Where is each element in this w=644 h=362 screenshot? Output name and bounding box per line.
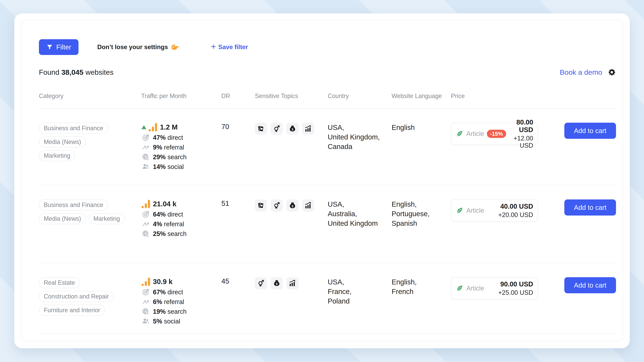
demo-area: Book a demo [560,68,616,76]
country-line: USA, [328,277,392,287]
trend-up-triangle-icon [141,125,146,129]
country-line: Australia, [328,209,392,219]
price-type-label: Article [466,130,484,137]
direct-target-icon [141,211,150,218]
column-header: Traffic per Month [141,92,221,99]
country-cell: USA,United Kingdom,Canada [328,123,392,185]
sensitive-topics-cell: $ [255,199,328,263]
main-card: Filter Don’t lose your settings + Save f… [14,13,630,348]
trading-chart-icon [302,199,314,212]
traffic-cell: 21.04 k64% direct4% referral25% search [141,199,221,263]
language-line: Spanish [392,219,451,228]
cart-cell: Add to cart [558,277,616,333]
price-type-label: Article [466,207,484,214]
filter-funnel-icon [46,44,53,50]
price-cell: Article 40.00 USD +20.00 USD [451,199,558,263]
traffic-total: 1.2 M [160,123,178,131]
category-tag: Marketing [39,150,75,161]
country-line: Poland [328,296,392,306]
category-cell: Real EstateConstruction and RepairFurnit… [39,277,141,333]
price-card: Article 40.00 USD +20.00 USD [451,199,538,222]
filter-button-label: Filter [56,43,71,51]
dr-value: 70 [221,123,255,185]
price-cell: Article 90.00 USD +25.00 USD [451,277,558,333]
country-cell: USA,France,Poland [328,277,392,333]
language-cell: English,Portuguese,Spanish [392,199,451,263]
country-line: Canada [328,142,392,151]
table-row: Business and FinanceMedia (News)Marketin… [39,185,616,263]
results-bar: Found 38,045 websites Book a demo [39,68,616,76]
traffic-cell: 30.9 k67% direct6% referral19% search5% … [141,277,221,333]
category-tag: Media (News) [39,213,86,224]
gambling-cards-icon [255,123,267,135]
dr-value: 45 [221,277,255,333]
country-cell: USA,Australia,United Kingdom [328,199,392,263]
book-demo-link[interactable]: Book a demo [560,68,602,76]
add-to-cart-button[interactable]: Add to cart [564,277,616,293]
add-to-cart-button[interactable]: Add to cart [564,199,616,216]
category-tag: Furniture and Interior [39,305,105,316]
social-people-icon [141,163,150,171]
search-globe-icon [141,308,150,316]
price-amount: 40.00 USD +20.00 USD [498,203,533,219]
svg-text:$: $ [292,128,293,131]
referral-arrows-icon [141,298,150,306]
settings-gear-icon[interactable] [608,68,616,76]
price-card: Article 90.00 USD +25.00 USD [451,277,538,299]
analytics-bars-icon [141,277,150,286]
price-extra: +20.00 USD [498,211,533,219]
language-cell: English,French [392,277,451,333]
svg-text:$: $ [276,282,278,286]
traffic-source: 4% referral [141,220,221,228]
language-line: French [392,287,451,296]
money-loans-icon: $ [286,123,298,135]
traffic-source: 14% social [141,163,221,171]
settings-hint: Don’t lose your settings [97,43,179,51]
column-header: DR [221,92,255,99]
plus-icon: + [211,42,216,51]
discount-badge: -15% [487,130,506,138]
category-cell: Business and FinanceMedia (News)Marketin… [39,199,141,263]
price-amount: 80.00 USD +12.00 USD [506,118,533,149]
table-row: Business and FinanceMedia (News)Marketin… [39,109,616,185]
column-header: Sensitive Topics [255,92,328,99]
traffic-total: 21.04 k [153,200,176,208]
adult-dating-icon [271,199,283,212]
price-main: 90.00 USD [500,280,533,288]
filter-button[interactable]: Filter [39,39,78,55]
feather-icon [456,130,464,138]
pointing-right-hand-emoji [168,43,179,51]
column-header: Category [39,92,141,99]
traffic-source: 67% direct [141,288,221,296]
language-line: Portuguese, [392,209,451,219]
price-extra: +12.00 USD [506,135,533,149]
table-row: Real EstateConstruction and RepairFurnit… [39,263,616,334]
gambling-cards-icon [255,199,267,212]
column-header: Price [451,92,558,99]
language-line: English, [392,199,451,209]
traffic-source: 25% search [141,230,221,238]
results-suffix: websites [85,68,113,76]
money-loans-icon: $ [286,199,298,212]
price-cell: Article -15% 80.00 USD +12.00 USD [451,123,558,185]
analytics-bars-icon [141,199,150,209]
cart-cell: Add to cart [558,123,616,185]
settings-hint-text: Don’t lose your settings [97,43,168,51]
country-line: United Kingdom [328,219,392,228]
analytics-bars-icon [148,123,157,132]
search-globe-icon [141,230,150,238]
traffic-cell: 1.2 M47% direct9% referral29% search14% … [141,123,221,185]
category-tag: Business and Finance [39,199,108,211]
save-filter-button[interactable]: + Save filter [211,43,248,51]
adult-dating-icon [255,277,267,289]
price-amount: 90.00 USD +25.00 USD [498,280,533,296]
country-line: USA, [328,199,392,209]
category-tag: Media (News) [39,136,86,147]
country-line: United Kingdom, [328,132,392,142]
column-header: Website Language [392,92,451,99]
category-tag: Marketing [88,213,125,224]
content-panel: Filter Don’t lose your settings + Save f… [21,20,623,341]
add-to-cart-button[interactable]: Add to cart [564,123,616,139]
referral-arrows-icon [141,143,150,151]
traffic-source: 9% referral [141,143,221,151]
